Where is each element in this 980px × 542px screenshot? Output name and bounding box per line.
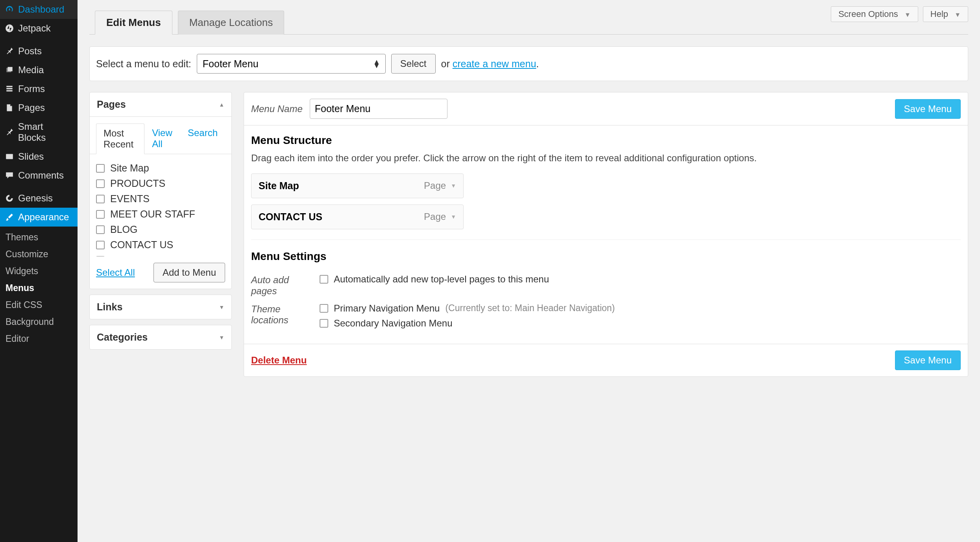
categories-accordion: Categories ▼ [89, 325, 232, 350]
sidebar-item-comments[interactable]: Comments [0, 166, 78, 185]
page-item: EVENTS [96, 191, 225, 206]
chevron-down-icon: ▼ [954, 11, 961, 18]
sidebar-item-label: Slides [18, 151, 44, 162]
categories-title: Categories [97, 332, 148, 343]
sidebar-item-label: Dashboard [18, 4, 64, 15]
sidebar-item-label: Genesis [18, 193, 53, 204]
pin-icon [5, 46, 14, 56]
menu-settings-heading: Menu Settings [251, 250, 961, 263]
save-menu-button-bottom[interactable]: Save Menu [895, 350, 961, 370]
page-item: PRODUCTS [96, 176, 225, 191]
svg-point-0 [6, 24, 13, 32]
tab-manage-locations[interactable]: Manage Locations [178, 11, 284, 35]
sidebar-item-genesis[interactable]: Genesis [0, 189, 78, 208]
inner-tab-most-recent[interactable]: Most Recent [96, 124, 144, 154]
sidebar-item-label: Forms [18, 83, 45, 94]
slides-icon [5, 152, 14, 161]
menu-item-title: CONTACT US [259, 211, 322, 223]
page-label: CONTACT US [110, 239, 173, 251]
pages-icon [5, 103, 14, 112]
menu-structure-desc: Drag each item into the order you prefer… [251, 151, 961, 165]
screen-options-button[interactable]: Screen Options ▼ [831, 6, 918, 22]
delete-menu-link[interactable]: Delete Menu [251, 355, 307, 366]
comment-icon [5, 171, 14, 180]
theme-locations-label: Theme locations [251, 303, 307, 326]
menu-item[interactable]: CONTACT USPage▼ [251, 205, 464, 229]
links-accordion-header[interactable]: Links ▼ [90, 295, 231, 319]
select-all-link[interactable]: Select All [96, 267, 135, 278]
admin-sidebar: DashboardJetpackPostsMediaFormsPagesSmar… [0, 0, 78, 542]
sidebar-item-dashboard[interactable]: Dashboard [0, 0, 78, 19]
forms-icon [5, 84, 14, 94]
menu-name-input[interactable] [310, 99, 447, 119]
chevron-down-icon: ▼ [451, 214, 456, 220]
links-title: Links [97, 301, 122, 313]
secondary-nav-checkbox[interactable] [320, 319, 328, 328]
pages-accordion-header[interactable]: Pages ▲ [90, 92, 231, 116]
auto-add-pages-label: Auto add pages [251, 274, 307, 297]
auto-add-text: Automatically add new top-level pages to… [334, 274, 549, 285]
menu-item[interactable]: Site MapPage▼ [251, 173, 464, 198]
pin-icon [5, 127, 14, 137]
tab-edit-menus[interactable]: Edit Menus [95, 11, 172, 35]
main-content: Screen Options ▼ Help ▼ Edit Menus Manag… [78, 0, 980, 542]
help-button[interactable]: Help ▼ [923, 6, 968, 22]
sidebar-item-slides[interactable]: Slides [0, 147, 78, 166]
select-menu-label: Select a menu to edit: [96, 58, 191, 70]
page-checkbox[interactable] [96, 225, 105, 234]
menu-item-type: Page [424, 180, 446, 191]
jetpack-icon [5, 24, 14, 33]
sidebar-item-appearance[interactable]: Appearance [0, 208, 78, 227]
menu-editor: Menu Name Save Menu Menu Structure Drag … [244, 92, 968, 377]
chevron-down-icon: ▼ [904, 11, 911, 18]
menu-select-bar: Select a menu to edit: Footer Menu ▲▼ Se… [89, 46, 968, 81]
primary-nav-hint: (Currently set to: Main Header Navigatio… [445, 303, 615, 313]
media-icon [5, 65, 14, 75]
page-checkbox[interactable] [96, 210, 105, 219]
page-label: BLOG [110, 224, 137, 235]
submenu-item-edit-css[interactable]: Edit CSS [0, 297, 78, 313]
submenu-item-customize[interactable]: Customize [0, 246, 78, 263]
submenu-item-widgets[interactable]: Widgets [0, 263, 78, 280]
submenu-item-editor[interactable]: Editor [0, 330, 78, 347]
sidebar-item-posts[interactable]: Posts [0, 42, 78, 61]
page-item: SERVICES [96, 253, 225, 256]
sidebar-item-smart-blocks[interactable]: Smart Blocks [0, 117, 78, 147]
genesis-icon [5, 194, 14, 203]
primary-nav-checkbox[interactable] [320, 304, 328, 313]
page-label: EVENTS [110, 193, 150, 205]
page-checkbox[interactable] [96, 179, 105, 188]
chevron-down-icon: ▼ [451, 183, 456, 189]
inner-tab-search[interactable]: Search [180, 123, 225, 154]
sidebar-item-label: Jetpack [18, 23, 51, 34]
submenu-item-menus[interactable]: Menus [0, 280, 78, 297]
brush-icon [5, 212, 14, 222]
select-button[interactable]: Select [391, 54, 436, 74]
sidebar-item-label: Posts [18, 46, 42, 57]
chevron-up-icon: ▲ [219, 101, 224, 108]
sidebar-item-media[interactable]: Media [0, 61, 78, 79]
page-item: BLOG [96, 222, 225, 237]
page-checkbox[interactable] [96, 164, 105, 173]
inner-tab-view-all[interactable]: View All [144, 123, 180, 154]
create-new-menu-link[interactable]: create a new menu [453, 58, 536, 69]
auto-add-checkbox[interactable] [320, 275, 328, 284]
menu-dropdown[interactable]: Footer Menu [197, 54, 386, 74]
add-to-menu-button[interactable]: Add to Menu [153, 263, 225, 282]
sidebar-item-jetpack[interactable]: Jetpack [0, 19, 78, 38]
sidebar-item-forms[interactable]: Forms [0, 79, 78, 98]
categories-accordion-header[interactable]: Categories ▼ [90, 325, 231, 349]
page-item: MEET OUR STAFF [96, 206, 225, 222]
sidebar-item-pages[interactable]: Pages [0, 98, 78, 117]
page-checkbox[interactable] [96, 195, 105, 203]
pages-title: Pages [97, 99, 126, 110]
chevron-down-icon: ▼ [219, 304, 224, 310]
sidebar-item-label: Appearance [18, 212, 69, 223]
submenu-item-background[interactable]: Background [0, 313, 78, 330]
submenu-item-themes[interactable]: Themes [0, 229, 78, 246]
save-menu-button-top[interactable]: Save Menu [895, 99, 961, 119]
sidebar-item-label: Pages [18, 102, 45, 113]
page-checkbox[interactable] [96, 241, 105, 249]
page-item: CONTACT US [96, 237, 225, 253]
page-checkbox[interactable] [96, 256, 105, 257]
